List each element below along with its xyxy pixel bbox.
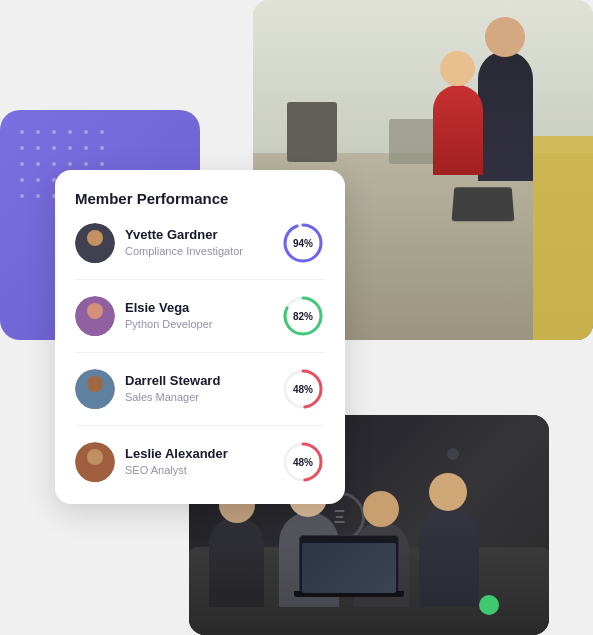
svg-point-3 [88,231,102,245]
member-avatar-0 [75,223,115,263]
member-role-3: SEO Analyst [125,463,228,477]
member-info-2: Darrell Steward Sales Manager [125,373,220,404]
member-progress-1: 82% [281,294,325,338]
member-left-0: Yvette Gardner Compliance Investigator [75,223,243,263]
member-name-3: Leslie Alexander [125,446,228,463]
member-left-3: Leslie Alexander SEO Analyst [75,442,228,482]
member-name-1: Elsie Vega [125,300,212,317]
svg-point-9 [88,304,102,318]
member-role-1: Python Developer [125,317,212,331]
member-role-2: Sales Manager [125,390,220,404]
member-left-1: Elsie Vega Python Developer [75,296,212,336]
member-row: Yvette Gardner Compliance Investigator 9… [75,221,325,280]
green-indicator [479,595,499,615]
member-row: Elsie Vega Python Developer 82% [75,294,325,353]
member-percentage-2: 48% [293,384,313,395]
member-info-3: Leslie Alexander SEO Analyst [125,446,228,477]
member-row: Darrell Steward Sales Manager 48% [75,367,325,426]
member-progress-3: 48% [281,440,325,484]
member-avatar-2 [75,369,115,409]
member-row: Leslie Alexander SEO Analyst 48% [75,440,325,484]
card-title: Member Performance [75,190,325,207]
member-name-2: Darrell Steward [125,373,220,390]
member-progress-0: 94% [281,221,325,265]
performance-card: Member Performance Yvette Gardner Compli… [55,170,345,504]
member-percentage-1: 82% [293,311,313,322]
page-container: Member Performance Yvette Gardner Compli… [0,0,593,635]
member-info-0: Yvette Gardner Compliance Investigator [125,227,243,258]
svg-point-21 [88,450,102,464]
member-info-1: Elsie Vega Python Developer [125,300,212,331]
member-left-2: Darrell Steward Sales Manager [75,369,220,409]
member-progress-2: 48% [281,367,325,411]
members-list: Yvette Gardner Compliance Investigator 9… [75,221,325,484]
member-percentage-3: 48% [293,457,313,468]
member-percentage-0: 94% [293,238,313,249]
member-role-0: Compliance Investigator [125,244,243,258]
member-name-0: Yvette Gardner [125,227,243,244]
svg-point-15 [88,377,102,391]
member-avatar-1 [75,296,115,336]
member-avatar-3 [75,442,115,482]
